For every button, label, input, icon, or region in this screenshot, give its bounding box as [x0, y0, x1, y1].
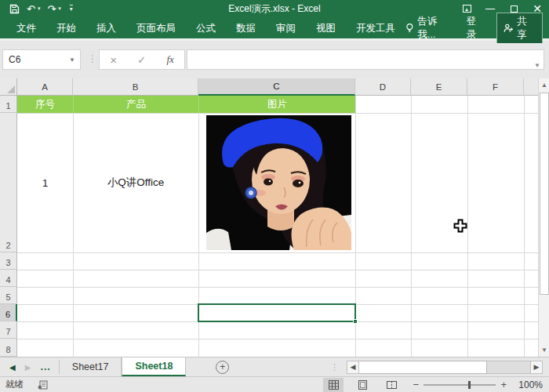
gridline — [17, 252, 538, 253]
scroll-up-icon[interactable]: ▲ — [539, 78, 549, 92]
row-header-6[interactable]: 6 — [0, 304, 17, 321]
share-button[interactable]: 共享 — [496, 13, 543, 44]
expand-formula-bar-icon[interactable]: ▼ — [534, 62, 540, 69]
row-header-4[interactable]: 4 — [0, 270, 17, 287]
zoom-slider-thumb[interactable] — [468, 381, 471, 389]
gridline — [467, 96, 468, 357]
tab-data[interactable]: 数据 — [226, 16, 266, 40]
tab-insert[interactable]: 插入 — [86, 16, 126, 40]
cell-C1[interactable]: 图片 — [198, 96, 355, 113]
scroll-right-icon[interactable]: ▶ — [530, 361, 543, 374]
horizontal-scroll-track[interactable] — [487, 361, 530, 374]
column-header-B[interactable]: B — [73, 78, 198, 96]
row-header-3[interactable]: 3 — [0, 252, 17, 270]
sheet-tab-sheet17[interactable]: Sheet17 — [60, 358, 122, 376]
fill-handle[interactable] — [353, 319, 358, 324]
column-header-C[interactable]: C — [198, 78, 355, 96]
name-box-dropdown-icon[interactable]: ▼ — [69, 56, 80, 64]
sheet-more-button[interactable]: ... — [40, 361, 50, 372]
tab-bar-splitter[interactable]: ⋮ — [330, 362, 339, 372]
horizontal-scrollbar[interactable]: ◀ ▶ — [347, 361, 543, 374]
gridline — [17, 270, 538, 270]
cancel-button[interactable]: × — [110, 53, 117, 67]
status-bar-right: − + 100% — [323, 378, 549, 392]
new-sheet-icon[interactable]: + — [216, 361, 229, 374]
status-bar: 就绪 − + 100% — [0, 376, 549, 392]
undo-icon[interactable]: ↶ — [27, 4, 35, 14]
row-header-7[interactable]: 7 — [0, 321, 17, 339]
name-box-value: C6 — [9, 54, 20, 65]
macro-record-icon[interactable] — [38, 380, 48, 390]
sign-in-button[interactable]: 登录 — [467, 15, 485, 42]
customize-qat-icon[interactable]: ▾ — [70, 5, 73, 13]
cell-A2[interactable]: 1 — [17, 113, 73, 252]
table-header-row: 序号 产品 图片 — [17, 96, 355, 113]
share-label: 共享 — [517, 15, 536, 42]
column-header-D[interactable]: D — [355, 78, 411, 96]
active-cell-selection[interactable] — [198, 303, 356, 322]
tab-file[interactable]: 文件 — [6, 16, 46, 40]
formula-input[interactable]: ▼ — [187, 49, 544, 70]
sheet-next-icon[interactable]: ▶ — [25, 363, 31, 372]
cell-cursor — [453, 219, 467, 233]
quick-access-toolbar: ↶▾ ↷▾ ▾ — [0, 4, 73, 14]
tab-page-layout[interactable]: 页面布局 — [126, 16, 186, 40]
tab-review[interactable]: 审阅 — [266, 16, 306, 40]
column-header-A[interactable]: A — [17, 78, 73, 96]
redo-dropdown-icon[interactable]: ▾ — [58, 5, 61, 12]
tell-me-box[interactable]: 告诉我... — [405, 15, 454, 42]
row-header-1[interactable]: 1 — [0, 96, 17, 113]
formula-buttons: × ✓ fx — [99, 49, 185, 70]
sheet-nav: ◀ ▶ ... — [0, 358, 59, 376]
select-all-corner[interactable] — [0, 78, 17, 96]
cell-B2[interactable]: 小Q讲Office — [73, 113, 198, 252]
column-header-E[interactable]: E — [411, 78, 467, 96]
column-header-partial — [524, 78, 538, 96]
tab-home[interactable]: 开始 — [46, 16, 86, 40]
gridline — [17, 339, 538, 339]
sheet-tab-bar: ◀ ▶ ... Sheet17 Sheet18 + ⋮ ◀ ▶ — [0, 357, 549, 376]
gridline — [17, 287, 538, 288]
sheet-prev-icon[interactable]: ◀ — [9, 363, 16, 372]
ribbon-tab-bar: 文件 开始 插入 页面布局 公式 数据 审阅 视图 开发工具 告诉我... 登录… — [0, 17, 549, 41]
scroll-down-icon[interactable]: ▼ — [539, 343, 549, 357]
row-header-2[interactable]: 2 — [0, 113, 17, 252]
formula-bar-splitter[interactable]: ⋮ — [88, 53, 97, 64]
lightbulb-icon — [405, 23, 414, 34]
tab-developer[interactable]: 开发工具 — [346, 16, 405, 40]
vertical-scroll-thumb[interactable] — [540, 93, 549, 295]
status-mode: 就绪 — [0, 379, 24, 390]
product-photo[interactable] — [206, 115, 351, 250]
page-break-view-button[interactable] — [381, 378, 402, 392]
redo-icon[interactable]: ↷ — [47, 4, 56, 14]
horizontal-scroll-thumb[interactable] — [359, 361, 487, 374]
normal-view-button[interactable] — [323, 378, 344, 392]
tell-me-label: 告诉我... — [418, 15, 454, 42]
zoom-in-icon[interactable]: + — [498, 379, 509, 390]
zoom-out-icon[interactable]: − — [410, 379, 421, 390]
formula-bar-row: C6 ▼ ⋮ × ✓ fx ▼ — [0, 43, 549, 78]
scroll-left-icon[interactable]: ◀ — [347, 361, 359, 374]
zoom-level[interactable]: 100% — [518, 379, 543, 390]
gridline — [411, 96, 412, 357]
name-box[interactable]: C6 ▼ — [2, 49, 81, 70]
save-icon[interactable] — [9, 4, 20, 14]
tab-view[interactable]: 视图 — [306, 16, 346, 40]
insert-function-button[interactable]: fx — [166, 53, 173, 66]
gridline — [524, 96, 525, 357]
undo-dropdown-icon[interactable]: ▾ — [38, 5, 41, 12]
page-layout-view-button[interactable] — [352, 378, 373, 392]
sheet-tab-sheet18[interactable]: Sheet18 — [122, 358, 186, 376]
row-header-5[interactable]: 5 — [0, 287, 17, 304]
row-header-8[interactable]: 8 — [0, 339, 17, 357]
column-header-F[interactable]: F — [467, 78, 524, 96]
excel-window: ↶▾ ↷▾ ▾ Excel演示.xlsx - Excel ▴ — ✕ 文件 开始… — [0, 0, 549, 392]
share-person-icon — [504, 24, 513, 33]
cell-B1[interactable]: 产品 — [73, 96, 198, 113]
enter-button[interactable]: ✓ — [137, 54, 146, 66]
vertical-scrollbar[interactable]: ▲ ▼ — [538, 78, 549, 357]
tab-formulas[interactable]: 公式 — [186, 16, 226, 40]
cell-A1[interactable]: 序号 — [17, 96, 73, 113]
zoom-slider[interactable] — [424, 384, 496, 386]
